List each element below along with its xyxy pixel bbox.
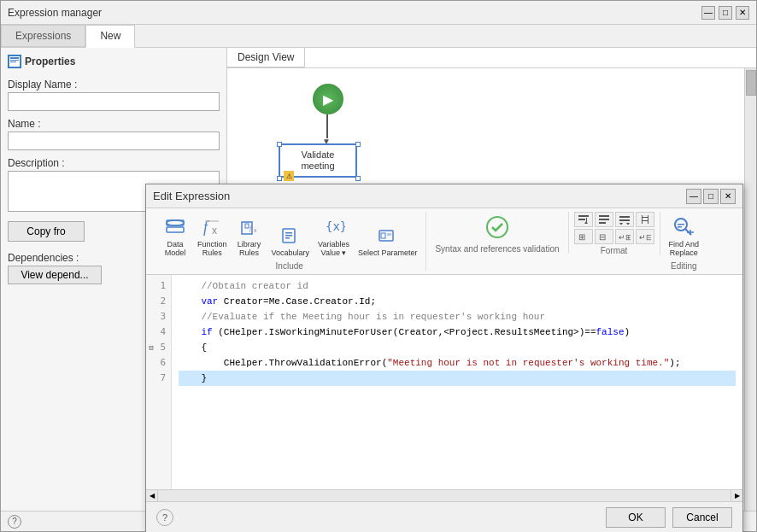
svg-text:{x}: {x} [326, 219, 345, 233]
code-line-2: var Creator=Me.Case.Creator.Id; [179, 294, 736, 309]
syntax-group: Syntax and references validation [426, 212, 568, 254]
syntax-items [480, 212, 514, 243]
svg-rect-34 [642, 215, 643, 224]
svg-text:x: x [254, 227, 257, 233]
scroll-track[interactable] [158, 490, 731, 502]
library-icon: f x [236, 213, 263, 241]
dialog-close-button[interactable]: ✕ [720, 189, 736, 204]
maximize-button[interactable]: □ [719, 6, 732, 20]
cancel-button[interactable]: Cancel [672, 507, 732, 528]
variables-value-button[interactable]: {x} VariablesValue ▾ [314, 212, 353, 260]
line-4: 4 [146, 324, 171, 340]
format-group-label: Format [601, 246, 628, 255]
footer-buttons: OK Cancel [606, 507, 732, 528]
svg-rect-24 [578, 219, 585, 220]
svg-rect-36 [643, 217, 648, 218]
svg-rect-17 [285, 237, 290, 239]
edit-expression-dialog: Edit Expression — □ ✕ DataModel [145, 184, 743, 532]
data-model-button[interactable]: DataModel [158, 212, 192, 260]
dialog-control-buttons: — □ ✕ [686, 189, 736, 204]
svg-rect-3 [10, 61, 16, 62]
check-circle-icon [484, 213, 511, 241]
format-btn-6[interactable]: ⊟ [595, 229, 613, 244]
bottom-help-icon[interactable]: ? [8, 515, 21, 529]
scroll-right-button[interactable]: ▶ [731, 490, 742, 502]
svg-point-22 [487, 217, 508, 237]
selection-handle-tr [355, 142, 361, 147]
format-btn-5[interactable]: ⊞ [574, 229, 593, 244]
view-dependencies-button[interactable]: View depend... [8, 266, 102, 284]
properties-icon [8, 55, 21, 68]
format-btn-7[interactable]: ↵⊞ [615, 229, 634, 244]
svg-rect-9 [205, 220, 219, 222]
vocabulary-icon [277, 222, 304, 249]
format-btn-2[interactable] [595, 212, 613, 227]
code-line-5: { [179, 340, 736, 355]
svg-rect-37 [643, 220, 648, 221]
select-parameter-button[interactable]: Select Parameter [355, 220, 421, 260]
line-3: 3 [146, 309, 171, 324]
validate-node-label: Validatemeeting [301, 149, 334, 172]
name-label: Name : [8, 118, 220, 130]
line-6: 6 [146, 355, 171, 371]
outer-titlebar: Expression manager — □ ✕ [1, 1, 756, 25]
display-name-input[interactable] [8, 92, 220, 111]
library-rules-button[interactable]: f x LibraryRules [232, 212, 267, 260]
design-view-tab[interactable]: Design View [227, 48, 305, 67]
ok-button[interactable]: OK [606, 507, 666, 528]
name-input[interactable] [8, 132, 220, 150]
svg-rect-46 [678, 226, 682, 228]
svg-rect-28 [599, 219, 609, 220]
copy-button[interactable]: Copy fro [8, 221, 85, 242]
svg-text:⊞: ⊞ [578, 232, 585, 242]
code-line-3: //Evaluate if the Meeting hour is in req… [179, 309, 736, 324]
close-button[interactable]: ✕ [736, 6, 749, 20]
flow-arrow [326, 114, 328, 138]
svg-rect-2 [10, 60, 19, 61]
find-replace-button[interactable]: Find AndReplace [666, 212, 703, 260]
select-parameter-label: Select Parameter [358, 249, 418, 258]
dialog-help-button[interactable]: ? [156, 509, 173, 526]
find-replace-label: Find AndReplace [669, 241, 700, 258]
syntax-validate-button[interactable] [480, 212, 514, 243]
collapse-indicator: ⊟ [146, 340, 156, 355]
include-group: DataModel f x FunctionRules [153, 212, 426, 271]
start-node [313, 84, 343, 114]
svg-rect-21 [387, 233, 391, 236]
vocabulary-label: Vocabulary [272, 249, 310, 258]
scrollbar-thumb[interactable] [746, 70, 756, 96]
display-name-field: Display Name : [8, 79, 220, 111]
line-7: 7 [146, 371, 171, 386]
function-rules-button[interactable]: f x FunctionRules [194, 212, 231, 260]
format-btn-4[interactable] [636, 212, 654, 227]
dialog-maximize-button[interactable]: □ [703, 189, 719, 204]
svg-rect-20 [381, 233, 385, 238]
library-rules-label: LibraryRules [238, 241, 261, 258]
data-model-icon [161, 213, 189, 241]
tabs-bar: Expressions New [1, 25, 756, 48]
svg-rect-11 [245, 224, 249, 228]
warning-icon: ⚠ [284, 171, 294, 181]
name-field: Name : [8, 118, 220, 150]
code-line-4: if (CHelper.IsWorkingMinuteForUser(Creat… [179, 324, 736, 340]
svg-marker-32 [619, 223, 623, 225]
tab-expressions[interactable]: Expressions [1, 25, 85, 47]
svg-rect-27 [599, 215, 609, 217]
code-line-1: //Obtain creator id [179, 278, 736, 294]
line-2: 2 [146, 294, 171, 309]
code-content[interactable]: //Obtain creator id var Creator=Me.Case.… [172, 275, 742, 489]
include-group-label: Include [276, 261, 303, 271]
vertical-scrollbar[interactable] [744, 68, 756, 511]
dialog-minimize-button[interactable]: — [686, 189, 701, 204]
format-btn-1[interactable] [574, 212, 593, 227]
minimize-button[interactable]: — [701, 6, 715, 20]
scroll-left-button[interactable]: ◀ [146, 490, 158, 502]
dialog-footer: ? OK Cancel [146, 501, 742, 532]
vocabulary-button[interactable]: Vocabulary [268, 220, 314, 260]
editing-items: Find AndReplace [666, 212, 703, 260]
format-btn-3[interactable] [615, 212, 634, 227]
horizontal-scrollbar[interactable]: ◀ ▶ [146, 489, 742, 501]
find-replace-icon [670, 213, 697, 241]
format-btn-8[interactable]: ↵⊟ [636, 229, 654, 244]
tab-new[interactable]: New [85, 25, 135, 48]
